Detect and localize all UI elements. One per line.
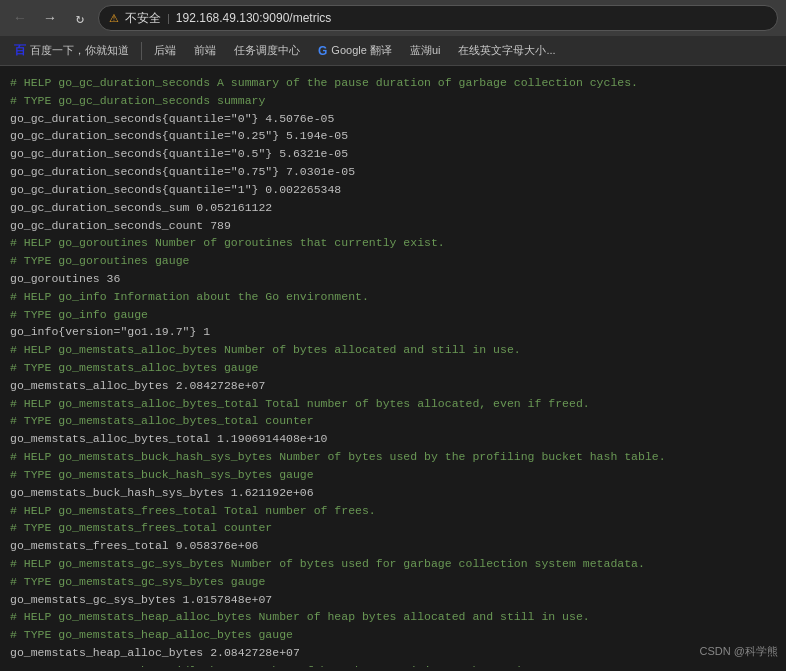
bookmark-scheduler[interactable]: 任务调度中心 bbox=[226, 40, 308, 61]
bookmarks-bar: 百 百度一下，你就知道 后端 前端 任务调度中心 G Google 翻译 蓝湖u… bbox=[0, 36, 786, 66]
divider-1 bbox=[141, 42, 142, 60]
bookmark-lanhui-label: 蓝湖ui bbox=[410, 43, 441, 58]
security-icon: ⚠ bbox=[109, 12, 119, 25]
address-bar[interactable]: ⚠ 不安全 | 192.168.49.130:9090/metrics bbox=[98, 5, 778, 31]
bookmark-backend-label: 后端 bbox=[154, 43, 176, 58]
back-button[interactable]: ← bbox=[8, 6, 32, 30]
forward-button[interactable]: → bbox=[38, 6, 62, 30]
baidu-icon: 百 bbox=[14, 42, 26, 59]
bookmark-frontend[interactable]: 前端 bbox=[186, 40, 224, 61]
watermark: CSDN @科学熊 bbox=[700, 644, 778, 659]
bookmark-baidu-label: 百度一下，你就知道 bbox=[30, 43, 129, 58]
metrics-content: # HELP go_gc_duration_seconds A summary … bbox=[0, 66, 786, 667]
bookmark-google-translate[interactable]: G Google 翻译 bbox=[310, 40, 400, 61]
bookmark-backend[interactable]: 后端 bbox=[146, 40, 184, 61]
security-label: 不安全 bbox=[125, 10, 161, 27]
refresh-button[interactable]: ↻ bbox=[68, 6, 92, 30]
bookmark-baidu[interactable]: 百 百度一下，你就知道 bbox=[6, 39, 137, 62]
bookmark-online-tool-label: 在线英文字母大小... bbox=[458, 43, 555, 58]
bookmark-frontend-label: 前端 bbox=[194, 43, 216, 58]
bookmark-online-tool[interactable]: 在线英文字母大小... bbox=[450, 40, 563, 61]
address-text: 192.168.49.130:9090/metrics bbox=[176, 11, 331, 25]
bookmark-google-translate-label: Google 翻译 bbox=[331, 43, 392, 58]
bookmark-lanhui[interactable]: 蓝湖ui bbox=[402, 40, 449, 61]
separator: | bbox=[167, 12, 170, 24]
bookmark-scheduler-label: 任务调度中心 bbox=[234, 43, 300, 58]
google-icon: G bbox=[318, 44, 327, 58]
browser-chrome: ← → ↻ ⚠ 不安全 | 192.168.49.130:9090/metric… bbox=[0, 0, 786, 66]
nav-bar: ← → ↻ ⚠ 不安全 | 192.168.49.130:9090/metric… bbox=[0, 0, 786, 36]
